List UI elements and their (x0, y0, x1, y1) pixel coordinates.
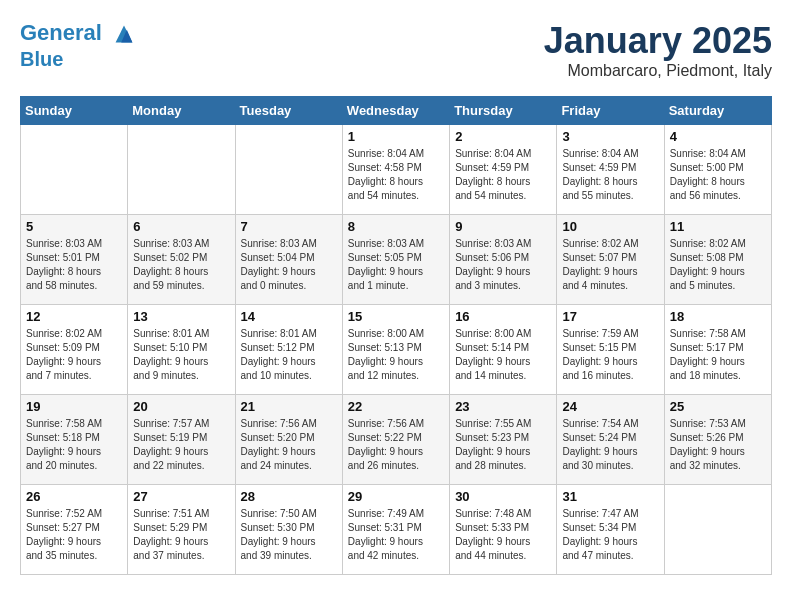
logo-blue: Blue (20, 48, 138, 70)
day-info: Sunrise: 8:04 AM Sunset: 5:00 PM Dayligh… (670, 147, 766, 203)
calendar-cell: 28Sunrise: 7:50 AM Sunset: 5:30 PM Dayli… (235, 485, 342, 575)
day-info: Sunrise: 7:58 AM Sunset: 5:18 PM Dayligh… (26, 417, 122, 473)
day-number: 18 (670, 309, 766, 324)
day-info: Sunrise: 8:01 AM Sunset: 5:12 PM Dayligh… (241, 327, 337, 383)
day-number: 9 (455, 219, 551, 234)
day-number: 8 (348, 219, 444, 234)
calendar-cell: 19Sunrise: 7:58 AM Sunset: 5:18 PM Dayli… (21, 395, 128, 485)
day-info: Sunrise: 8:03 AM Sunset: 5:05 PM Dayligh… (348, 237, 444, 293)
day-info: Sunrise: 7:59 AM Sunset: 5:15 PM Dayligh… (562, 327, 658, 383)
calendar-cell: 29Sunrise: 7:49 AM Sunset: 5:31 PM Dayli… (342, 485, 449, 575)
day-number: 28 (241, 489, 337, 504)
day-info: Sunrise: 8:04 AM Sunset: 4:59 PM Dayligh… (562, 147, 658, 203)
day-number: 15 (348, 309, 444, 324)
calendar-cell: 7Sunrise: 8:03 AM Sunset: 5:04 PM Daylig… (235, 215, 342, 305)
day-info: Sunrise: 8:02 AM Sunset: 5:09 PM Dayligh… (26, 327, 122, 383)
weekday-header-tuesday: Tuesday (235, 97, 342, 125)
weekday-header-thursday: Thursday (450, 97, 557, 125)
day-number: 23 (455, 399, 551, 414)
day-info: Sunrise: 8:04 AM Sunset: 4:58 PM Dayligh… (348, 147, 444, 203)
day-info: Sunrise: 7:57 AM Sunset: 5:19 PM Dayligh… (133, 417, 229, 473)
day-info: Sunrise: 8:03 AM Sunset: 5:06 PM Dayligh… (455, 237, 551, 293)
calendar-cell: 1Sunrise: 8:04 AM Sunset: 4:58 PM Daylig… (342, 125, 449, 215)
page-header: General Blue January 2025 Mombarcaro, Pi… (20, 20, 772, 80)
calendar-cell: 25Sunrise: 7:53 AM Sunset: 5:26 PM Dayli… (664, 395, 771, 485)
day-info: Sunrise: 8:03 AM Sunset: 5:02 PM Dayligh… (133, 237, 229, 293)
calendar-cell: 20Sunrise: 7:57 AM Sunset: 5:19 PM Dayli… (128, 395, 235, 485)
calendar-cell: 11Sunrise: 8:02 AM Sunset: 5:08 PM Dayli… (664, 215, 771, 305)
day-info: Sunrise: 8:00 AM Sunset: 5:14 PM Dayligh… (455, 327, 551, 383)
day-info: Sunrise: 8:02 AM Sunset: 5:08 PM Dayligh… (670, 237, 766, 293)
calendar-cell (664, 485, 771, 575)
day-info: Sunrise: 7:55 AM Sunset: 5:23 PM Dayligh… (455, 417, 551, 473)
day-info: Sunrise: 7:58 AM Sunset: 5:17 PM Dayligh… (670, 327, 766, 383)
calendar-cell: 5Sunrise: 8:03 AM Sunset: 5:01 PM Daylig… (21, 215, 128, 305)
weekday-header-wednesday: Wednesday (342, 97, 449, 125)
calendar-cell: 30Sunrise: 7:48 AM Sunset: 5:33 PM Dayli… (450, 485, 557, 575)
day-info: Sunrise: 7:49 AM Sunset: 5:31 PM Dayligh… (348, 507, 444, 563)
weekday-header-sunday: Sunday (21, 97, 128, 125)
logo-text: General (20, 20, 138, 48)
day-number: 5 (26, 219, 122, 234)
day-number: 1 (348, 129, 444, 144)
day-number: 6 (133, 219, 229, 234)
weekday-header-row: SundayMondayTuesdayWednesdayThursdayFrid… (21, 97, 772, 125)
day-number: 12 (26, 309, 122, 324)
day-info: Sunrise: 8:02 AM Sunset: 5:07 PM Dayligh… (562, 237, 658, 293)
day-number: 10 (562, 219, 658, 234)
logo: General Blue (20, 20, 138, 70)
day-info: Sunrise: 7:47 AM Sunset: 5:34 PM Dayligh… (562, 507, 658, 563)
day-number: 20 (133, 399, 229, 414)
day-info: Sunrise: 8:04 AM Sunset: 4:59 PM Dayligh… (455, 147, 551, 203)
day-info: Sunrise: 8:03 AM Sunset: 5:01 PM Dayligh… (26, 237, 122, 293)
calendar-cell (128, 125, 235, 215)
calendar-cell (235, 125, 342, 215)
day-info: Sunrise: 7:51 AM Sunset: 5:29 PM Dayligh… (133, 507, 229, 563)
calendar-cell: 2Sunrise: 8:04 AM Sunset: 4:59 PM Daylig… (450, 125, 557, 215)
day-number: 29 (348, 489, 444, 504)
day-number: 2 (455, 129, 551, 144)
day-number: 22 (348, 399, 444, 414)
calendar-cell: 14Sunrise: 8:01 AM Sunset: 5:12 PM Dayli… (235, 305, 342, 395)
day-number: 3 (562, 129, 658, 144)
calendar-cell: 22Sunrise: 7:56 AM Sunset: 5:22 PM Dayli… (342, 395, 449, 485)
day-number: 14 (241, 309, 337, 324)
day-number: 17 (562, 309, 658, 324)
day-info: Sunrise: 7:50 AM Sunset: 5:30 PM Dayligh… (241, 507, 337, 563)
calendar-week-row: 26Sunrise: 7:52 AM Sunset: 5:27 PM Dayli… (21, 485, 772, 575)
day-number: 26 (26, 489, 122, 504)
calendar-cell (21, 125, 128, 215)
calendar-week-row: 1Sunrise: 8:04 AM Sunset: 4:58 PM Daylig… (21, 125, 772, 215)
calendar-cell: 23Sunrise: 7:55 AM Sunset: 5:23 PM Dayli… (450, 395, 557, 485)
day-number: 7 (241, 219, 337, 234)
day-number: 24 (562, 399, 658, 414)
day-number: 11 (670, 219, 766, 234)
calendar-week-row: 19Sunrise: 7:58 AM Sunset: 5:18 PM Dayli… (21, 395, 772, 485)
calendar-cell: 15Sunrise: 8:00 AM Sunset: 5:13 PM Dayli… (342, 305, 449, 395)
day-number: 13 (133, 309, 229, 324)
day-info: Sunrise: 7:53 AM Sunset: 5:26 PM Dayligh… (670, 417, 766, 473)
calendar-cell: 31Sunrise: 7:47 AM Sunset: 5:34 PM Dayli… (557, 485, 664, 575)
day-number: 30 (455, 489, 551, 504)
day-number: 25 (670, 399, 766, 414)
day-number: 19 (26, 399, 122, 414)
day-info: Sunrise: 7:54 AM Sunset: 5:24 PM Dayligh… (562, 417, 658, 473)
calendar-week-row: 5Sunrise: 8:03 AM Sunset: 5:01 PM Daylig… (21, 215, 772, 305)
day-number: 31 (562, 489, 658, 504)
day-number: 27 (133, 489, 229, 504)
weekday-header-monday: Monday (128, 97, 235, 125)
day-info: Sunrise: 8:03 AM Sunset: 5:04 PM Dayligh… (241, 237, 337, 293)
day-info: Sunrise: 7:52 AM Sunset: 5:27 PM Dayligh… (26, 507, 122, 563)
day-info: Sunrise: 8:01 AM Sunset: 5:10 PM Dayligh… (133, 327, 229, 383)
calendar-cell: 9Sunrise: 8:03 AM Sunset: 5:06 PM Daylig… (450, 215, 557, 305)
calendar-cell: 16Sunrise: 8:00 AM Sunset: 5:14 PM Dayli… (450, 305, 557, 395)
calendar-cell: 13Sunrise: 8:01 AM Sunset: 5:10 PM Dayli… (128, 305, 235, 395)
day-number: 16 (455, 309, 551, 324)
title-block: January 2025 Mombarcaro, Piedmont, Italy (544, 20, 772, 80)
calendar-cell: 24Sunrise: 7:54 AM Sunset: 5:24 PM Dayli… (557, 395, 664, 485)
calendar-cell: 18Sunrise: 7:58 AM Sunset: 5:17 PM Dayli… (664, 305, 771, 395)
location: Mombarcaro, Piedmont, Italy (544, 62, 772, 80)
calendar-table: SundayMondayTuesdayWednesdayThursdayFrid… (20, 96, 772, 575)
calendar-cell: 4Sunrise: 8:04 AM Sunset: 5:00 PM Daylig… (664, 125, 771, 215)
calendar-cell: 27Sunrise: 7:51 AM Sunset: 5:29 PM Dayli… (128, 485, 235, 575)
